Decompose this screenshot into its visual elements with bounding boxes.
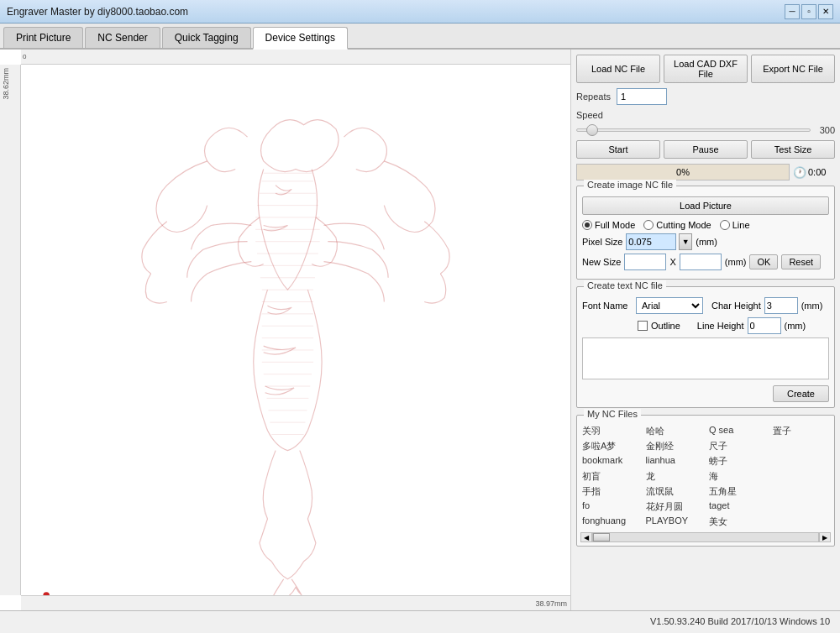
char-height-unit: (mm) xyxy=(801,301,823,311)
nc-files-scrollbar: ◀ ▶ xyxy=(580,532,831,542)
create-button-row: Create xyxy=(582,385,829,402)
nc-file-item[interactable]: 螃子 xyxy=(707,454,768,468)
progress-bar: 0% xyxy=(576,164,790,180)
tab-nc-sender[interactable]: NC Sender xyxy=(85,27,160,48)
new-size-y-input[interactable] xyxy=(680,254,722,270)
pixel-size-input[interactable] xyxy=(626,233,676,250)
nc-file-item[interactable]: 海 xyxy=(707,469,768,484)
ruler-bottom-label: 38.97mm xyxy=(535,599,567,608)
app-title: Engraver Master by diy8000.taobao.com xyxy=(7,6,188,18)
reset-button[interactable]: Reset xyxy=(781,254,821,269)
tab-quick-tagging[interactable]: Quick Tagging xyxy=(162,27,251,48)
speed-label: Speed xyxy=(576,110,612,120)
progress-row: 0% 🕐 0:00 xyxy=(576,164,835,180)
close-button[interactable]: ✕ xyxy=(818,4,833,19)
nc-file-item[interactable]: 多啦A梦 xyxy=(580,439,641,453)
create-image-nc-title: Create image NC file xyxy=(584,180,676,190)
nc-file-item[interactable]: 美女 xyxy=(707,515,768,529)
nc-file-item[interactable]: Q sea xyxy=(707,424,768,438)
create-text-nc-section: Create text NC file Font Name Arial Time… xyxy=(576,286,835,408)
nc-file-item[interactable]: taget xyxy=(707,500,768,514)
nc-file-item[interactable]: 流氓鼠 xyxy=(644,484,705,499)
nc-file-item[interactable]: fo xyxy=(580,500,641,514)
pixel-size-row: Pixel Size ▼ (mm) xyxy=(582,233,829,250)
line-height-label: Line Height xyxy=(697,321,744,331)
load-nc-file-button[interactable]: Load NC File xyxy=(576,55,660,83)
new-size-x-input[interactable] xyxy=(624,254,666,270)
mode-radio-group: Full Mode Cutting Mode Line xyxy=(582,220,829,230)
repeats-input[interactable] xyxy=(617,88,667,105)
speed-slider-thumb[interactable] xyxy=(586,124,598,136)
version-text: V1.50.93.240 Build 2017/10/13 Windows 10 xyxy=(650,616,830,626)
pause-button[interactable]: Pause xyxy=(664,140,748,159)
tab-print-picture[interactable]: Print Picture xyxy=(3,27,83,48)
new-size-label: New Size xyxy=(582,257,621,267)
outline-label: Outline xyxy=(651,321,680,331)
font-name-label: Font Name xyxy=(582,301,633,311)
nc-file-item[interactable]: 金刚经 xyxy=(644,439,705,453)
start-button[interactable]: Start xyxy=(576,140,660,159)
nc-files-title: My NC Files xyxy=(584,409,641,419)
progress-text: 0% xyxy=(676,167,690,177)
line-radio-circle xyxy=(720,220,730,230)
tab-device-settings[interactable]: Device Settings xyxy=(253,27,348,50)
nc-file-item xyxy=(771,484,832,499)
speed-label-row: Speed xyxy=(576,110,835,120)
load-cad-dxf-button[interactable]: Load CAD DXF File xyxy=(664,55,748,83)
nc-file-item[interactable]: bookmark xyxy=(580,454,641,468)
pixel-size-label: Pixel Size xyxy=(582,237,622,247)
font-name-row: Font Name Arial Times New Roman Courier … xyxy=(582,297,829,314)
scorpion-svg xyxy=(21,65,570,595)
nc-file-item[interactable]: 手指 xyxy=(580,484,641,499)
outline-row: Outline Line Height (mm) xyxy=(582,317,829,334)
file-buttons-row: Load NC File Load CAD DXF File Export NC… xyxy=(576,55,835,83)
nc-file-item[interactable]: 龙 xyxy=(644,469,705,484)
full-mode-label: Full Mode xyxy=(595,220,635,230)
line-height-unit: (mm) xyxy=(785,321,806,331)
repeats-label: Repeats xyxy=(576,92,612,102)
nc-file-item[interactable]: PLAYBOY xyxy=(644,515,705,529)
cutting-mode-radio[interactable]: Cutting Mode xyxy=(643,220,711,230)
nc-file-item[interactable]: fonghuang xyxy=(580,515,641,529)
nc-file-item[interactable]: lianhua xyxy=(644,454,705,468)
canvas-drawing xyxy=(21,65,570,595)
outline-checkbox[interactable] xyxy=(638,321,648,331)
scroll-thumb[interactable] xyxy=(593,533,610,541)
nc-file-item[interactable]: 尺子 xyxy=(707,439,768,453)
maximize-button[interactable]: ▫ xyxy=(801,4,816,19)
scroll-right-button[interactable]: ▶ xyxy=(819,532,831,542)
nc-file-item[interactable]: 花好月圆 xyxy=(644,500,705,514)
nc-file-item[interactable]: 置子 xyxy=(771,424,832,438)
char-height-input[interactable] xyxy=(764,297,798,314)
nc-file-item[interactable]: 五角星 xyxy=(707,484,768,499)
font-select[interactable]: Arial Times New Roman Courier New xyxy=(636,297,703,314)
create-button[interactable]: Create xyxy=(773,385,829,402)
line-height-input[interactable] xyxy=(748,317,781,334)
control-buttons-row: Start Pause Test Size xyxy=(576,140,835,159)
nc-file-item xyxy=(771,500,832,514)
text-content-input[interactable] xyxy=(582,337,829,379)
full-mode-radio[interactable]: Full Mode xyxy=(582,220,635,230)
timer-display: 🕐 0:00 xyxy=(793,166,835,179)
load-picture-button[interactable]: Load Picture xyxy=(582,196,829,215)
nc-file-item xyxy=(771,515,832,529)
ok-reset-buttons: OK Reset xyxy=(749,254,821,269)
minimize-button[interactable]: ─ xyxy=(785,4,800,19)
speed-slider-row: 300 xyxy=(576,125,835,135)
nc-files-section: My NC Files 关羽哈哈Q sea置子多啦A梦金刚经尺子bookmark… xyxy=(576,415,835,547)
new-size-unit: (mm) xyxy=(725,257,747,267)
load-picture-row: Load Picture xyxy=(582,196,829,215)
status-bar: V1.50.93.240 Build 2017/10/13 Windows 10 xyxy=(0,610,840,630)
tab-bar: Print Picture NC Sender Quick Tagging De… xyxy=(0,24,840,50)
nc-file-item xyxy=(771,469,832,484)
test-size-button[interactable]: Test Size xyxy=(751,140,835,159)
export-nc-file-button[interactable]: Export NC File xyxy=(751,55,835,83)
line-radio[interactable]: Line xyxy=(720,220,750,230)
nc-file-item[interactable]: 初盲 xyxy=(580,469,641,484)
nc-file-item[interactable]: 关羽 xyxy=(580,424,641,438)
nc-file-item[interactable]: 哈哈 xyxy=(644,424,705,438)
scroll-track xyxy=(592,532,819,542)
scroll-left-button[interactable]: ◀ xyxy=(580,532,592,542)
pixel-size-dropdown[interactable]: ▼ xyxy=(679,233,692,250)
ok-button[interactable]: OK xyxy=(749,254,778,269)
